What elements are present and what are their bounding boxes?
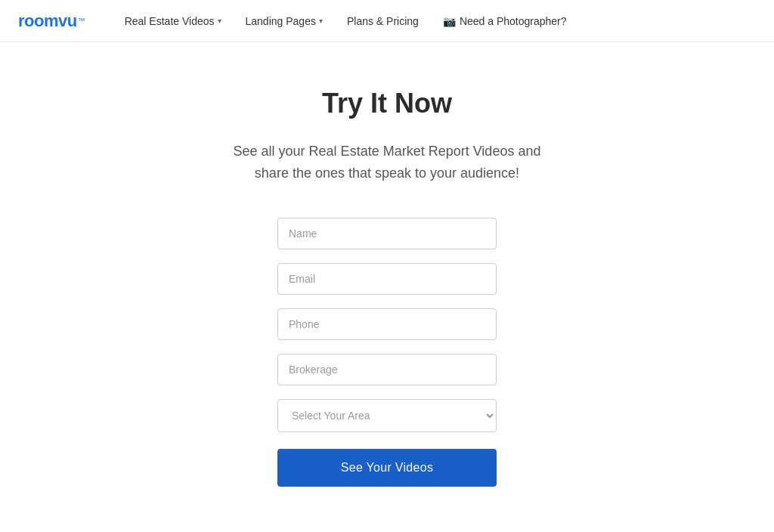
name-input[interactable] (277, 218, 497, 249)
nav-links: Real Estate Videos ▾ Landing Pages ▾ Pla… (116, 9, 576, 33)
nav-item-need-photographer: 📷 Need a Photographer? (434, 9, 576, 33)
brokerage-input[interactable] (277, 354, 497, 385)
nav-label-need-photographer: Need a Photographer? (460, 15, 567, 27)
nav-item-real-estate-videos: Real Estate Videos ▾ (116, 9, 231, 33)
nav-label-plans-pricing: Plans & Pricing (347, 15, 419, 27)
logo-text: roomvu (18, 11, 77, 31)
nav-label-real-estate-videos: Real Estate Videos (125, 15, 215, 27)
phone-input[interactable] (277, 308, 497, 340)
logo-link[interactable]: roomvu™ (18, 11, 85, 31)
nav-link-plans-pricing[interactable]: Plans & Pricing (338, 9, 428, 33)
signup-form: Select Your Area See Your Videos (277, 218, 497, 487)
nav-label-landing-pages: Landing Pages (246, 15, 316, 27)
main-nav: roomvu™ Real Estate Videos ▾ Landing Pag… (0, 0, 774, 42)
subtitle-line2: share the ones that speak to your audien… (255, 165, 519, 181)
nav-item-plans-pricing: Plans & Pricing (338, 9, 428, 33)
page-subtitle: See all your Real Estate Market Report V… (234, 141, 541, 184)
nav-link-real-estate-videos[interactable]: Real Estate Videos ▾ (116, 9, 231, 33)
submit-button[interactable]: See Your Videos (277, 449, 497, 487)
main-content: Try It Now See all your Real Estate Mark… (0, 42, 774, 517)
area-select[interactable]: Select Your Area (277, 399, 497, 432)
logo-tm: ™ (78, 17, 85, 25)
chevron-down-icon: ▾ (218, 17, 221, 25)
nav-item-landing-pages: Landing Pages ▾ (237, 9, 332, 33)
page-title: Try It Now (322, 88, 452, 119)
subtitle-line1: See all your Real Estate Market Report V… (234, 144, 541, 159)
nav-link-need-photographer[interactable]: 📷 Need a Photographer? (434, 9, 576, 33)
chevron-down-icon: ▾ (319, 17, 323, 25)
email-input[interactable] (277, 263, 497, 295)
nav-link-landing-pages[interactable]: Landing Pages ▾ (237, 9, 332, 33)
camera-icon: 📷 (443, 15, 456, 27)
